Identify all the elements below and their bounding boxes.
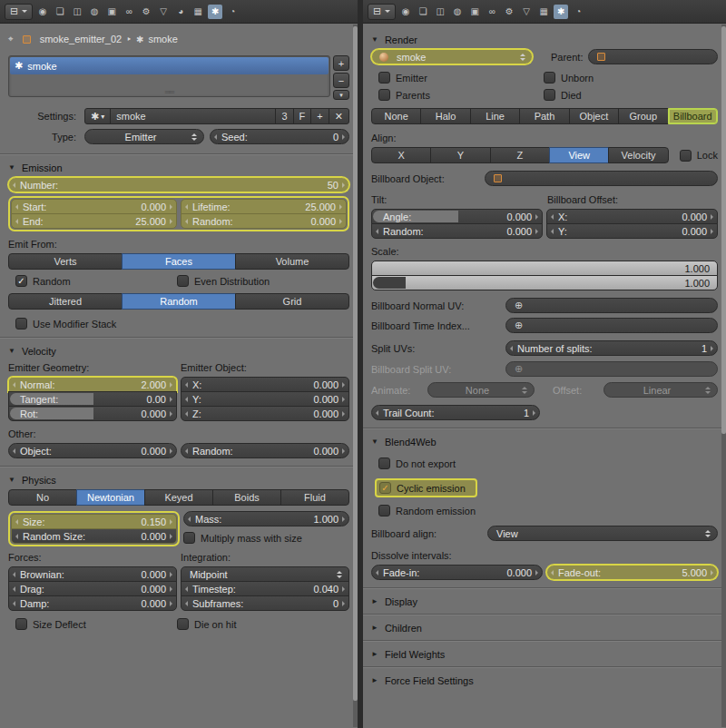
billboard-time-index-field[interactable]: ⊕ xyxy=(505,318,718,333)
new-settings-button[interactable]: + xyxy=(310,108,329,124)
align-view-button[interactable]: View xyxy=(549,147,609,163)
increment-arrow[interactable] xyxy=(170,397,172,402)
increment-arrow[interactable] xyxy=(342,382,345,388)
increment-arrow[interactable] xyxy=(170,534,172,539)
force-field-settings-section-header[interactable]: ► Force Field Settings xyxy=(371,671,718,690)
type-dropdown[interactable]: Emitter xyxy=(84,129,204,144)
increment-arrow[interactable] xyxy=(535,570,538,576)
number-of-splits-field[interactable]: Number of splits: 1 xyxy=(505,340,718,356)
increment-arrow[interactable] xyxy=(711,570,713,576)
render-type-object-button[interactable]: Object xyxy=(569,108,619,124)
increment-arrow[interactable] xyxy=(170,519,172,525)
seed-field[interactable]: Seed: 0 xyxy=(210,129,349,144)
world-tab-icon[interactable]: ◍ xyxy=(87,5,102,19)
random-velocity-field[interactable]: Random: 0.000 xyxy=(181,443,349,458)
increment-arrow[interactable] xyxy=(339,204,342,210)
animate-dropdown[interactable]: None xyxy=(427,382,535,398)
render-type-none-button[interactable]: None xyxy=(371,108,421,124)
scrollbar-thumb[interactable] xyxy=(721,26,726,434)
increment-arrow[interactable] xyxy=(533,410,535,416)
physics-tab-icon[interactable]: ◔ xyxy=(571,5,585,19)
object-tab-icon[interactable]: ▣ xyxy=(104,5,119,19)
blend4web-section-header[interactable]: ▼ Blend4Web xyxy=(371,432,718,451)
random-checkbox[interactable]: ✓ Random xyxy=(8,275,177,287)
browse-settings-button[interactable]: ✱ ▾ xyxy=(84,108,111,124)
physics-fluid-button[interactable]: Fluid xyxy=(280,489,349,506)
do-not-export-checkbox[interactable]: Do not export xyxy=(371,457,718,469)
velocity-x-field[interactable]: X: 0.000 xyxy=(181,377,349,392)
users-count-button[interactable]: 3 xyxy=(275,108,293,124)
multiply-mass-checkbox[interactable]: Multiply mass with size xyxy=(183,532,349,544)
scene-tab-icon[interactable]: ◫ xyxy=(433,5,447,19)
material-dropdown[interactable]: smoke xyxy=(371,49,533,64)
children-section-header[interactable]: ► Children xyxy=(371,618,718,637)
settings-name-field[interactable]: smoke xyxy=(110,108,276,124)
damp-field[interactable]: Damp: 0.000 xyxy=(8,595,177,611)
lifetime-field[interactable]: Lifetime: 25.000 xyxy=(181,199,347,214)
unborn-checkbox[interactable]: Unborn xyxy=(544,72,594,84)
render-type-path-button[interactable]: Path xyxy=(519,108,569,124)
scene-tab-icon[interactable]: ◫ xyxy=(70,5,84,19)
particles-tab-icon[interactable]: ✱ xyxy=(554,5,568,19)
increment-arrow[interactable] xyxy=(342,397,345,402)
fade-out-field[interactable]: Fade-out: 5.000 xyxy=(546,565,718,580)
object-data-tab-icon[interactable]: ▽ xyxy=(519,5,534,19)
emit-from-faces-button[interactable]: Faces xyxy=(122,253,236,270)
align-y-button[interactable]: Y xyxy=(430,147,490,163)
subframes-field[interactable]: Subframes: 0 xyxy=(181,595,349,611)
render-type-line-button[interactable]: Line xyxy=(470,108,520,124)
use-modifier-stack-checkbox[interactable]: Use Modifier Stack xyxy=(8,318,349,330)
distribution-jittered-button[interactable]: Jittered xyxy=(8,293,123,310)
increment-arrow[interactable] xyxy=(170,586,172,592)
left-scrollbar[interactable] xyxy=(353,25,358,727)
tangent-field[interactable]: Tangent: 0.00 xyxy=(8,391,177,407)
random-size-field[interactable]: Random Size: 0.000 xyxy=(11,528,177,544)
number-field[interactable]: Number: 50 xyxy=(8,177,349,192)
died-checkbox[interactable]: Died xyxy=(544,89,582,101)
drag-field[interactable]: Drag: 0.000 xyxy=(8,581,177,596)
random-emission-checkbox[interactable]: Random emission xyxy=(371,505,718,516)
constraints-tab-icon[interactable]: ∞ xyxy=(485,5,499,19)
velocity-z-field[interactable]: Z: 0.000 xyxy=(181,406,349,421)
render-layers-tab-icon[interactable]: ❏ xyxy=(416,5,430,19)
physics-newtonian-button[interactable]: Newtonian xyxy=(76,489,145,506)
increment-arrow[interactable] xyxy=(342,516,345,522)
align-x-button[interactable]: X xyxy=(371,147,431,163)
render-layers-tab-icon[interactable]: ❏ xyxy=(53,5,67,19)
size-field[interactable]: Size: 0.150 xyxy=(11,514,177,529)
increment-arrow[interactable] xyxy=(170,204,172,210)
emitter-checkbox[interactable]: Emitter xyxy=(371,72,544,84)
increment-arrow[interactable] xyxy=(535,214,538,220)
integrator-dropdown[interactable]: Midpoint xyxy=(181,566,349,582)
increment-arrow[interactable] xyxy=(711,346,713,351)
render-type-group-button[interactable]: Group xyxy=(618,108,668,124)
billboard-object-field[interactable] xyxy=(485,171,718,186)
constraints-tab-icon[interactable]: ∞ xyxy=(122,5,136,19)
object-velocity-field[interactable]: Object: 0.000 xyxy=(8,443,177,458)
increment-arrow[interactable] xyxy=(342,586,345,592)
scale-x-slider[interactable]: 1.000 xyxy=(371,261,718,276)
editor-type-button[interactable]: ⊟ xyxy=(368,4,396,20)
offset-dropdown[interactable]: Linear xyxy=(603,382,718,398)
physics-boids-button[interactable]: Boids xyxy=(212,489,281,506)
increment-arrow[interactable] xyxy=(342,601,345,606)
emit-from-volume-button[interactable]: Volume xyxy=(235,253,349,270)
normal-field[interactable]: Normal: 2.000 xyxy=(8,377,177,392)
parents-checkbox[interactable]: Parents xyxy=(371,89,544,101)
distribution-grid-button[interactable]: Grid xyxy=(235,293,349,310)
increment-arrow[interactable] xyxy=(170,448,172,454)
increment-arrow[interactable] xyxy=(170,572,172,577)
emit-from-verts-button[interactable]: Verts xyxy=(8,253,123,270)
align-velocity-button[interactable]: Velocity xyxy=(608,147,668,163)
physics-section-header[interactable]: ▼ Physics xyxy=(8,470,349,489)
billboard-normal-uv-field[interactable]: ⊕ xyxy=(505,298,718,313)
scrollbar-thumb[interactable] xyxy=(353,26,358,701)
increment-arrow[interactable] xyxy=(342,182,345,188)
remove-particle-system-button[interactable]: − xyxy=(333,73,349,88)
velocity-y-field[interactable]: Y: 0.000 xyxy=(181,391,349,407)
increment-arrow[interactable] xyxy=(342,134,345,140)
physics-no-button[interactable]: No xyxy=(8,489,77,506)
increment-arrow[interactable] xyxy=(711,214,713,220)
object-data-tab-icon[interactable]: ▽ xyxy=(156,5,171,19)
pin-icon[interactable]: ⌖ xyxy=(8,34,14,44)
